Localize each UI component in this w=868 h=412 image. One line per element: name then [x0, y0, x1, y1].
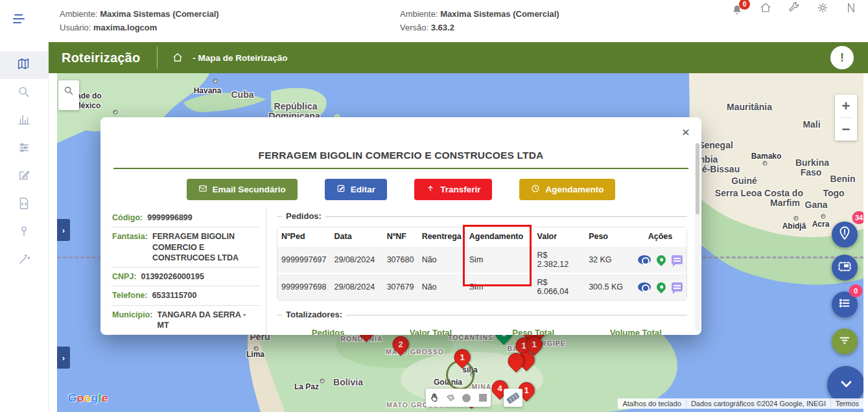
map-label-city: La Paz: [294, 382, 319, 391]
attribution-link[interactable]: Atalhos do teclado: [617, 398, 686, 409]
area-select-icon: [837, 258, 852, 277]
pin-alert-icon: [837, 225, 852, 244]
pencil-icon: [336, 184, 346, 195]
notifications-bell-icon[interactable]: 0: [729, 3, 745, 18]
left-panel-expand-tab-top[interactable]: ›: [57, 219, 70, 241]
table-cell: 307680: [383, 246, 418, 273]
attribution-text: Dados cartográficos ©2024 Google, INEGI: [686, 398, 830, 409]
email-secund-rio-button[interactable]: Email Secundário: [187, 179, 298, 200]
route-list-icon: [837, 295, 852, 314]
info-value: 6533115700: [152, 290, 197, 301]
sidebar-item-edit[interactable]: [0, 163, 48, 190]
fab-badge: 34: [852, 211, 864, 224]
info-row-telefone: Telefone:6533115700: [111, 286, 259, 305]
table-cell: Não: [418, 273, 465, 300]
sidebar-item-search[interactable]: [0, 79, 48, 107]
comment-icon[interactable]: [672, 255, 683, 264]
filter-fab-button[interactable]: [832, 328, 858, 354]
capital-dot-icon: [320, 379, 325, 383]
info-row-fantasia: Fantasia:FERRAGEM BIGOLIN COMERCIO E CON…: [111, 227, 259, 268]
ambiente2-value: Maxima Sistemas (Comercial): [440, 9, 559, 19]
search-icon: [17, 85, 31, 102]
info-row-cnpj: CNPJ:01392026000195: [111, 268, 259, 286]
map-label-country: Guiné: [731, 176, 757, 186]
gear-icon[interactable]: [815, 0, 830, 16]
draw-circle-button[interactable]: [460, 391, 474, 405]
close-icon[interactable]: ×: [682, 125, 690, 139]
map-label-country: Burkina: [795, 157, 829, 168]
versao-label: Versão:: [400, 23, 428, 32]
agendamento-button[interactable]: Agendamento: [519, 179, 615, 200]
map-label-region: RGIPE: [541, 339, 566, 347]
table-cell: 29/08/2024: [331, 273, 383, 300]
map-label-city: Acra: [812, 220, 830, 229]
area-select-fab-button[interactable]: [832, 255, 858, 280]
collapse-icon: [835, 372, 858, 398]
sidebar-item-map[interactable]: [0, 51, 48, 79]
capital-dot-icon: [794, 216, 799, 221]
wrench-icon[interactable]: [786, 0, 802, 16]
sidebar-item-magic-wand[interactable]: [0, 246, 48, 274]
total-volume-total: Volume Total0.00 m³: [585, 328, 687, 335]
map-label-country: Marfim: [770, 198, 800, 208]
attribution-link[interactable]: Termos: [830, 398, 863, 409]
module-title: Roteirização: [62, 51, 140, 65]
pedidos-legend: Pedidos:: [282, 211, 325, 221]
table-cell: 300.5 KG: [585, 273, 634, 300]
hamburger-menu-icon[interactable]: [13, 14, 27, 26]
home-icon[interactable]: [172, 52, 183, 63]
column-header-reentrega: Reentrega: [418, 227, 465, 246]
comment-icon[interactable]: [672, 282, 683, 292]
map-label-country: Gana: [804, 200, 827, 210]
alert-button[interactable]: !: [830, 46, 854, 69]
info-row-município: Município:TANGARA DA SERRA - MT: [111, 306, 259, 336]
draw-polygon-button[interactable]: [443, 391, 458, 405]
view-eye-icon[interactable]: [638, 282, 651, 292]
sidebar-item-route-settings[interactable]: [0, 135, 48, 163]
draw-rectangle-button[interactable]: [476, 391, 490, 405]
versao-value: 3.63.2: [431, 23, 454, 32]
circle-icon: [462, 394, 471, 402]
transferir-button[interactable]: Transferir: [414, 179, 492, 200]
capital-dot-icon: [213, 79, 218, 84]
table-cell: 307679: [383, 273, 418, 300]
pin-alert-fab-button[interactable]: [832, 222, 858, 247]
customer-info-panel: Código:9999996899Fantasia:FERRAGEM BIGOL…: [111, 209, 266, 335]
locate-pin-icon[interactable]: [655, 280, 668, 293]
row-actions: [638, 255, 683, 264]
map-label-country: Bolívia: [333, 377, 363, 387]
map-zoom-control: + −: [835, 95, 857, 141]
total-label: Volume Total: [585, 328, 687, 335]
table-row[interactable]: 999999769729/08/2024307680NãoSimR$ 2.382…: [277, 246, 686, 273]
home-icon[interactable]: [758, 0, 773, 16]
left-panel-expand-tab-bottom[interactable]: ›: [57, 347, 70, 369]
table-cell: Não: [418, 246, 465, 273]
pan-hand-button[interactable]: [427, 391, 441, 405]
customer-name-title: FERRAGEM BIGOLIN COMERCIO E CONSTRUCOES …: [100, 150, 701, 161]
modal-scrollbar[interactable]: [695, 143, 700, 331]
map-label-country: Serra Leoa: [715, 188, 762, 198]
table-cell-actions: [634, 246, 686, 273]
map-icon: [17, 57, 31, 74]
zoom-in-button[interactable]: +: [835, 95, 857, 117]
table-cell: 32 KG: [585, 246, 634, 273]
pedidos-table: NºPedDataNºNFReentregaAgendamentoValorPe…: [277, 227, 687, 301]
logo-n-icon[interactable]: [843, 0, 859, 16]
notifications-badge: 0: [739, 0, 750, 10]
locate-pin-icon[interactable]: [655, 253, 668, 266]
view-eye-icon[interactable]: [638, 255, 651, 264]
table-row[interactable]: 999999769829/08/2024307679NãoSimR$ 6.066…: [277, 273, 686, 300]
total-label: Valor Total: [379, 328, 482, 335]
total-label: Peso Total: [482, 328, 585, 335]
map-label-country: Mauritânia: [727, 102, 772, 112]
sidebar-item-bar-chart[interactable]: [0, 107, 48, 135]
map-search-button[interactable]: [58, 80, 79, 110]
orders-panel: Pedidos: NºPedDataNºNFReentregaAgendamen…: [266, 209, 691, 335]
zoom-out-button[interactable]: −: [835, 118, 857, 141]
sidebar-item-pin[interactable]: [0, 218, 48, 246]
map-label-country: República: [274, 101, 318, 111]
measure-ruler-button[interactable]: [504, 389, 522, 407]
editar-button[interactable]: Editar: [325, 179, 387, 200]
left-sidebar: [0, 42, 49, 412]
sidebar-item-file-report[interactable]: [0, 190, 48, 218]
